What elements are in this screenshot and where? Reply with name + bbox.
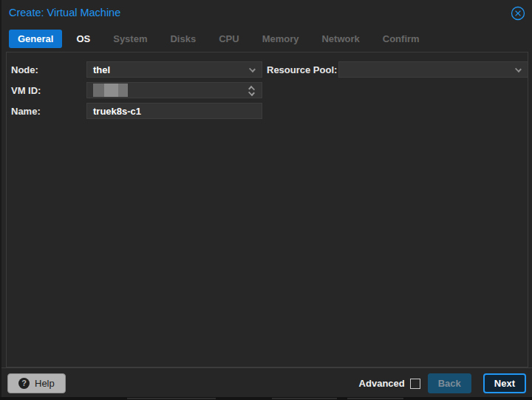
- background-page-sliver: [0, 397, 532, 400]
- tab-system[interactable]: System: [104, 30, 156, 48]
- chevron-down-icon[interactable]: [249, 66, 256, 72]
- help-button[interactable]: ? Help: [7, 373, 66, 393]
- resource-pool-combobox[interactable]: [338, 61, 528, 78]
- name-label: Name:: [11, 106, 86, 117]
- name-input[interactable]: truek8s-c1: [86, 103, 262, 119]
- question-circle-icon: ?: [18, 378, 30, 389]
- vmid-label: VM ID:: [11, 85, 86, 96]
- next-button[interactable]: Next: [483, 373, 526, 393]
- node-value: thel: [93, 64, 110, 75]
- advanced-label: Advanced: [359, 378, 405, 389]
- create-vm-dialog: Create: Virtual Machine General OS Syste…: [0, 0, 532, 397]
- name-value: truek8s-c1: [93, 106, 141, 117]
- tab-cpu[interactable]: CPU: [210, 30, 248, 48]
- back-button[interactable]: Back: [428, 373, 471, 393]
- close-icon[interactable]: [511, 6, 525, 21]
- advanced-checkbox[interactable]: [410, 379, 420, 389]
- chevron-down-icon[interactable]: [515, 66, 522, 72]
- tab-general[interactable]: General: [9, 30, 62, 48]
- dialog-title: Create: Virtual Machine: [9, 7, 120, 18]
- node-label: Node:: [11, 64, 86, 75]
- dialog-footer: ? Help Advanced Back Next: [1, 367, 532, 397]
- title-bar: Create: Virtual Machine: [1, 0, 532, 27]
- tab-disks[interactable]: Disks: [161, 30, 205, 48]
- vmid-redacted-value: [93, 84, 128, 97]
- vmid-spinner-field[interactable]: [86, 82, 262, 98]
- tab-memory[interactable]: Memory: [253, 30, 308, 48]
- number-spinner-icon[interactable]: [248, 84, 256, 98]
- tab-network[interactable]: Network: [313, 30, 368, 48]
- resource-pool-label: Resource Pool:: [267, 64, 338, 75]
- help-button-label: Help: [35, 378, 55, 389]
- tab-confirm[interactable]: Confirm: [374, 30, 429, 48]
- general-settings-panel: Node: thel VM ID: Name: truek8s-c1: [6, 52, 528, 367]
- tab-os[interactable]: OS: [67, 30, 99, 48]
- wizard-tab-bar: General OS System Disks CPU Memory Netwo…: [9, 29, 434, 49]
- node-combobox[interactable]: thel: [86, 61, 262, 78]
